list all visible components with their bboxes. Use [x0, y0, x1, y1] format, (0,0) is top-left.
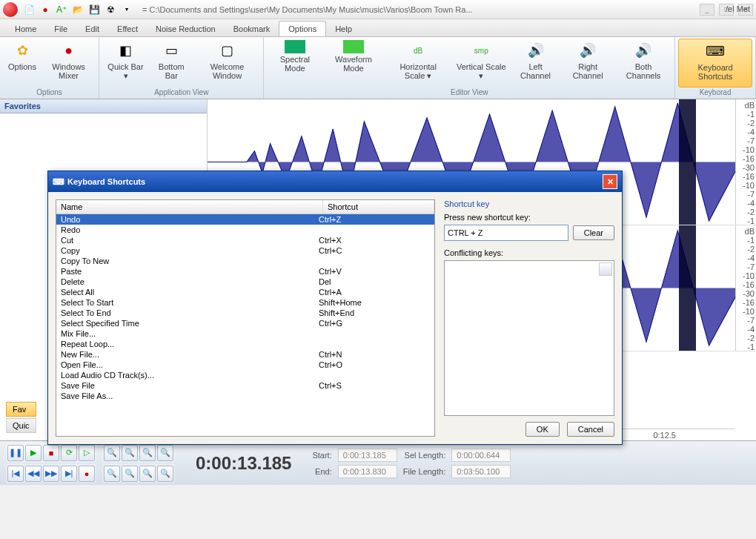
dialog-titlebar[interactable]: ⌨ Keyboard Shortcuts ✕ — [48, 171, 622, 192]
play-selection-button[interactable]: ▷ — [79, 445, 95, 461]
goto-start-button[interactable]: |◀ — [7, 466, 24, 482]
bottom-bar-button[interactable]: ▭Bottom Bar — [149, 39, 194, 87]
tab-bookmark[interactable]: Bookmark — [225, 22, 279, 36]
clear-button[interactable]: Clear — [573, 225, 614, 240]
play-button[interactable]: ▶ — [25, 445, 42, 461]
dialog-icon: ⌨ — [53, 176, 64, 188]
list-row[interactable]: Repeat Loop... — [56, 339, 434, 349]
zoom-v-full-button[interactable]: 🔍 — [157, 466, 173, 482]
horizontal-scale-button[interactable]: dBHorizontal Scale ▾ — [385, 39, 452, 87]
tab-effect[interactable]: Effect — [108, 22, 147, 36]
list-row[interactable]: Select To StartShift+Home — [56, 297, 434, 308]
rewind-button[interactable]: ◀◀ — [25, 466, 42, 482]
keyboard-shortcuts-dialog: ⌨ Keyboard Shortcuts ✕ Name Shortcut Und… — [47, 171, 623, 445]
smp-icon: smp — [471, 40, 491, 61]
left-channel-button[interactable]: 🔊Left Channel — [511, 39, 560, 87]
welcome-window-button[interactable]: ▢Welcome Window — [194, 39, 261, 87]
save-icon[interactable]: 💾 — [87, 3, 101, 16]
list-row[interactable]: PasteCtrl+V — [56, 266, 434, 277]
options-button[interactable]: ✿Options — [3, 39, 42, 87]
qat-dropdown-icon[interactable]: ▾ — [120, 3, 133, 16]
list-row[interactable]: New File...Ctrl+N — [56, 349, 434, 360]
press-label: Press new shortcut key: — [444, 213, 614, 222]
mixer-icon: ● — [59, 40, 79, 61]
zoom-in-button[interactable]: 🔍 — [104, 445, 120, 461]
selection-region[interactable] — [679, 99, 695, 225]
forward-button[interactable]: ▶▶ — [43, 466, 59, 482]
start-time[interactable]: 0:00:13.185 — [338, 449, 397, 462]
col-shortcut-header[interactable]: Shortcut — [323, 200, 434, 214]
app-orb-icon[interactable] — [3, 2, 18, 17]
dialog-title: Keyboard Shortcuts — [67, 177, 145, 186]
list-row[interactable]: Select Specified TimeCtrl+G — [56, 318, 434, 328]
bottom-tab-favorites[interactable]: Fav — [6, 402, 36, 417]
keyboard-shortcuts-button[interactable]: ⌨Keyboard Shortcuts — [678, 39, 752, 87]
tab-file[interactable]: File — [45, 22, 76, 36]
right-channel-button[interactable]: 🔊Right Channel — [560, 39, 615, 87]
zoom-full-button[interactable]: 🔍 — [157, 445, 173, 461]
burn-icon[interactable]: ☢ — [104, 3, 117, 16]
windows-mixer-button[interactable]: ●Windows Mixer — [42, 39, 96, 87]
list-row[interactable]: Save FileCtrl+S — [56, 380, 434, 391]
tab-noise-reduction[interactable]: Noise Reduction — [147, 22, 225, 36]
tab-edit[interactable]: Edit — [76, 22, 108, 36]
spectral-mode-button[interactable]: Spectral Mode — [267, 39, 322, 87]
shortcut-input[interactable] — [444, 225, 568, 241]
minimize-button[interactable]: _ — [700, 4, 714, 16]
file-length[interactable]: 0:03:50.100 — [451, 465, 511, 478]
shortcut-edit-pane: Shortcut key Press new shortcut key: Cle… — [444, 199, 614, 437]
cancel-button[interactable]: Cancel — [567, 422, 614, 437]
font-icon[interactable]: A⁺ — [55, 3, 68, 16]
both-speakers-icon: 🔊 — [633, 40, 654, 61]
both-channels-button[interactable]: 🔊Both Channels — [615, 39, 672, 87]
shortcuts-list[interactable]: Name Shortcut UndoCtrl+ZRedoCutCtrl+XCop… — [56, 199, 435, 437]
list-row[interactable]: UndoCtrl+Z — [56, 214, 434, 225]
zoom-out-button[interactable]: 🔍 — [122, 445, 138, 461]
waveform-mode-button[interactable]: Waveform Mode — [322, 39, 384, 87]
left-speaker-icon: 🔊 — [525, 40, 546, 61]
tab-options[interactable]: Options — [279, 21, 326, 36]
list-row[interactable]: Select AllCtrl+A — [56, 287, 434, 297]
list-row[interactable]: Mix File... — [56, 328, 434, 339]
list-row[interactable]: Redo — [56, 225, 434, 235]
list-row[interactable]: Load Audio CD Track(s)... — [56, 370, 434, 380]
list-row[interactable]: Open File...Ctrl+O — [56, 360, 434, 370]
stop-button[interactable]: ■ — [43, 445, 59, 461]
zoom-selection-button[interactable]: 🔍 — [139, 445, 156, 461]
col-name-header[interactable]: Name — [56, 200, 323, 214]
shortcut-key-group: Shortcut key — [444, 199, 614, 208]
sel-length[interactable]: 0:00:00.644 — [451, 449, 511, 462]
conflict-list[interactable] — [444, 260, 614, 416]
bottom-tab-quick[interactable]: Quic — [6, 418, 36, 433]
waveform-icon — [343, 40, 364, 53]
pause-button[interactable]: ❚❚ — [7, 445, 24, 461]
zoom-v-sel-button[interactable]: 🔍 — [139, 466, 156, 482]
dialog-close-button[interactable]: ✕ — [603, 174, 617, 189]
list-row[interactable]: Save File As... — [56, 391, 434, 401]
list-row[interactable]: DeleteDel — [56, 277, 434, 287]
list-row[interactable]: Copy To New — [56, 256, 434, 266]
quick-bar-button[interactable]: ◧Quick Bar ▾ — [102, 39, 149, 87]
new-file-icon[interactable]: 📄 — [22, 3, 36, 16]
right-speaker-icon: 🔊 — [577, 40, 598, 61]
end-time[interactable]: 0:00:13.830 — [338, 465, 397, 478]
vertical-scale-button[interactable]: smpVertical Scale ▾ — [452, 39, 511, 87]
list-row[interactable]: CutCtrl+X — [56, 235, 434, 245]
tab-home[interactable]: Home — [6, 22, 45, 36]
record-button[interactable]: ● — [79, 466, 95, 482]
zoom-v-out-button[interactable]: 🔍 — [122, 466, 138, 482]
record-icon[interactable]: ● — [39, 3, 52, 16]
open-folder-icon[interactable]: 📂 — [71, 3, 84, 16]
ribbon-tabs: Home File Edit Effect Noise Reduction Bo… — [0, 19, 756, 37]
tab-help[interactable]: Help — [326, 22, 361, 36]
favorites-header[interactable]: Favorites — [0, 99, 207, 113]
goto-end-button[interactable]: ▶| — [61, 466, 77, 482]
selection-region[interactable] — [679, 225, 695, 351]
ribbon-group-appview: ◧Quick Bar ▾ ▭Bottom Bar ▢Welcome Window… — [99, 37, 264, 99]
ok-button[interactable]: OK — [525, 422, 560, 437]
list-row[interactable]: CopyCtrl+C — [56, 245, 434, 256]
play-loop-button[interactable]: ⟳ — [61, 445, 77, 461]
list-header: Name Shortcut — [56, 200, 434, 214]
zoom-v-in-button[interactable]: 🔍 — [104, 466, 120, 482]
list-row[interactable]: Select To EndShift+End — [56, 308, 434, 318]
